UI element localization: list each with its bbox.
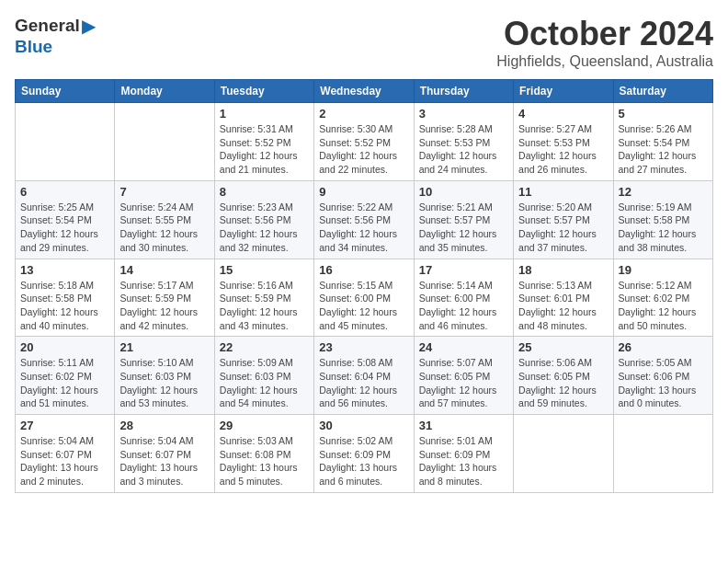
day-header-tuesday: Tuesday <box>214 80 313 103</box>
day-info: Sunrise: 5:14 AMSunset: 6:00 PMDaylight:… <box>419 279 508 333</box>
day-number: 19 <box>619 263 708 277</box>
day-number: 16 <box>319 263 408 277</box>
day-header-thursday: Thursday <box>414 80 513 103</box>
day-number: 30 <box>319 419 408 432</box>
calendar-cell: 7Sunrise: 5:24 AMSunset: 5:55 PMDaylight… <box>115 180 214 259</box>
day-info: Sunrise: 5:03 AMSunset: 6:08 PMDaylight:… <box>220 434 309 488</box>
day-number: 28 <box>119 419 209 432</box>
day-info: Sunrise: 5:20 AMSunset: 5:57 PMDaylight:… <box>518 201 608 255</box>
day-number: 9 <box>319 185 408 199</box>
day-number: 20 <box>20 340 109 354</box>
day-info: Sunrise: 5:17 AMSunset: 5:59 PMDaylight:… <box>119 279 209 333</box>
day-info: Sunrise: 5:22 AMSunset: 5:56 PMDaylight:… <box>319 201 408 255</box>
calendar-cell: 3Sunrise: 5:28 AMSunset: 5:53 PMDaylight… <box>414 103 513 181</box>
day-header-monday: Monday <box>115 80 214 103</box>
day-number: 4 <box>518 107 608 121</box>
calendar-cell: 19Sunrise: 5:12 AMSunset: 6:02 PMDayligh… <box>613 259 712 337</box>
day-number: 5 <box>619 107 708 121</box>
day-header-saturday: Saturday <box>613 80 712 103</box>
calendar-cell: 4Sunrise: 5:27 AMSunset: 5:53 PMDaylight… <box>514 103 613 181</box>
day-number: 24 <box>419 340 508 354</box>
day-info: Sunrise: 5:21 AMSunset: 5:57 PMDaylight:… <box>419 201 508 255</box>
calendar-cell: 13Sunrise: 5:18 AMSunset: 5:58 PMDayligh… <box>16 259 115 337</box>
calendar-cell: 25Sunrise: 5:06 AMSunset: 6:05 PMDayligh… <box>514 337 613 415</box>
day-info: Sunrise: 5:31 AMSunset: 5:52 PMDaylight:… <box>220 122 309 177</box>
day-number: 18 <box>518 263 608 277</box>
calendar-cell: 8Sunrise: 5:23 AMSunset: 5:56 PMDaylight… <box>214 180 313 259</box>
calendar-cell: 27Sunrise: 5:04 AMSunset: 6:07 PMDayligh… <box>16 415 115 493</box>
logo-bird-icon: ▶ <box>82 15 96 37</box>
day-info: Sunrise: 5:25 AMSunset: 5:54 PMDaylight:… <box>20 201 109 255</box>
day-info: Sunrise: 5:23 AMSunset: 5:56 PMDaylight:… <box>220 201 309 255</box>
day-info: Sunrise: 5:30 AMSunset: 5:52 PMDaylight:… <box>319 122 408 177</box>
calendar-cell: 12Sunrise: 5:19 AMSunset: 5:58 PMDayligh… <box>613 180 712 259</box>
month-title: October 2024 <box>496 15 713 53</box>
calendar-week-3: 13Sunrise: 5:18 AMSunset: 5:58 PMDayligh… <box>16 259 713 337</box>
day-info: Sunrise: 5:02 AMSunset: 6:09 PMDaylight:… <box>319 434 408 488</box>
day-info: Sunrise: 5:15 AMSunset: 6:00 PMDaylight:… <box>319 279 408 333</box>
calendar-cell: 10Sunrise: 5:21 AMSunset: 5:57 PMDayligh… <box>414 180 513 259</box>
calendar-cell: 30Sunrise: 5:02 AMSunset: 6:09 PMDayligh… <box>314 415 414 493</box>
day-info: Sunrise: 5:01 AMSunset: 6:09 PMDaylight:… <box>419 434 508 488</box>
day-number: 26 <box>619 340 708 354</box>
calendar-cell: 14Sunrise: 5:17 AMSunset: 5:59 PMDayligh… <box>115 259 214 337</box>
calendar-cell: 31Sunrise: 5:01 AMSunset: 6:09 PMDayligh… <box>414 415 513 493</box>
day-number: 21 <box>119 340 209 354</box>
calendar-cell: 11Sunrise: 5:20 AMSunset: 5:57 PMDayligh… <box>514 180 613 259</box>
day-info: Sunrise: 5:04 AMSunset: 6:07 PMDaylight:… <box>20 434 109 488</box>
day-header-wednesday: Wednesday <box>314 80 414 103</box>
day-number: 12 <box>619 185 708 199</box>
day-number: 13 <box>20 263 109 277</box>
day-number: 25 <box>518 340 608 354</box>
logo-general: General <box>15 16 80 36</box>
calendar-cell: 5Sunrise: 5:26 AMSunset: 5:54 PMDaylight… <box>613 103 712 181</box>
day-number: 6 <box>20 185 109 199</box>
day-info: Sunrise: 5:06 AMSunset: 6:05 PMDaylight:… <box>518 356 608 410</box>
header: General ▶ Blue October 2024 Highfields, … <box>15 15 713 70</box>
calendar-cell: 26Sunrise: 5:05 AMSunset: 6:06 PMDayligh… <box>613 337 712 415</box>
day-info: Sunrise: 5:27 AMSunset: 5:53 PMDaylight:… <box>518 122 608 177</box>
calendar-cell: 21Sunrise: 5:10 AMSunset: 6:03 PMDayligh… <box>115 337 214 415</box>
day-info: Sunrise: 5:24 AMSunset: 5:55 PMDaylight:… <box>119 201 209 255</box>
day-number: 29 <box>220 419 309 432</box>
day-info: Sunrise: 5:12 AMSunset: 6:02 PMDaylight:… <box>619 279 708 333</box>
calendar-week-1: 1Sunrise: 5:31 AMSunset: 5:52 PMDaylight… <box>16 103 713 181</box>
day-header-friday: Friday <box>514 80 613 103</box>
calendar-cell: 18Sunrise: 5:13 AMSunset: 6:01 PMDayligh… <box>514 259 613 337</box>
day-number: 31 <box>419 419 508 432</box>
calendar-cell: 2Sunrise: 5:30 AMSunset: 5:52 PMDaylight… <box>314 103 414 181</box>
day-number: 23 <box>319 340 408 354</box>
calendar-cell: 17Sunrise: 5:14 AMSunset: 6:00 PMDayligh… <box>414 259 513 337</box>
day-number: 10 <box>419 185 508 199</box>
day-number: 2 <box>319 107 408 121</box>
day-number: 8 <box>220 185 309 199</box>
day-number: 3 <box>419 107 508 121</box>
day-info: Sunrise: 5:04 AMSunset: 6:07 PMDaylight:… <box>119 434 209 488</box>
day-info: Sunrise: 5:11 AMSunset: 6:02 PMDaylight:… <box>20 356 109 410</box>
calendar-cell <box>514 415 613 493</box>
day-header-sunday: Sunday <box>16 80 115 103</box>
day-info: Sunrise: 5:07 AMSunset: 6:05 PMDaylight:… <box>419 356 508 410</box>
calendar-week-2: 6Sunrise: 5:25 AMSunset: 5:54 PMDaylight… <box>16 180 713 259</box>
day-info: Sunrise: 5:13 AMSunset: 6:01 PMDaylight:… <box>518 279 608 333</box>
day-info: Sunrise: 5:19 AMSunset: 5:58 PMDaylight:… <box>619 201 708 255</box>
day-info: Sunrise: 5:10 AMSunset: 6:03 PMDaylight:… <box>119 356 209 410</box>
day-info: Sunrise: 5:08 AMSunset: 6:04 PMDaylight:… <box>319 356 408 410</box>
logo-blue: Blue <box>15 37 52 56</box>
day-info: Sunrise: 5:28 AMSunset: 5:53 PMDaylight:… <box>419 122 508 177</box>
calendar-cell: 23Sunrise: 5:08 AMSunset: 6:04 PMDayligh… <box>314 337 414 415</box>
calendar-cell: 6Sunrise: 5:25 AMSunset: 5:54 PMDaylight… <box>16 180 115 259</box>
day-info: Sunrise: 5:26 AMSunset: 5:54 PMDaylight:… <box>619 122 708 177</box>
calendar-cell <box>16 103 115 181</box>
day-number: 22 <box>220 340 309 354</box>
calendar-cell: 15Sunrise: 5:16 AMSunset: 5:59 PMDayligh… <box>214 259 313 337</box>
day-info: Sunrise: 5:09 AMSunset: 6:03 PMDaylight:… <box>220 356 309 410</box>
calendar-cell: 22Sunrise: 5:09 AMSunset: 6:03 PMDayligh… <box>214 337 313 415</box>
day-number: 14 <box>119 263 209 277</box>
calendar: SundayMondayTuesdayWednesdayThursdayFrid… <box>15 79 713 493</box>
calendar-cell: 16Sunrise: 5:15 AMSunset: 6:00 PMDayligh… <box>314 259 414 337</box>
calendar-cell: 28Sunrise: 5:04 AMSunset: 6:07 PMDayligh… <box>115 415 214 493</box>
day-info: Sunrise: 5:05 AMSunset: 6:06 PMDaylight:… <box>619 356 708 410</box>
day-number: 27 <box>20 419 109 432</box>
calendar-cell <box>613 415 712 493</box>
